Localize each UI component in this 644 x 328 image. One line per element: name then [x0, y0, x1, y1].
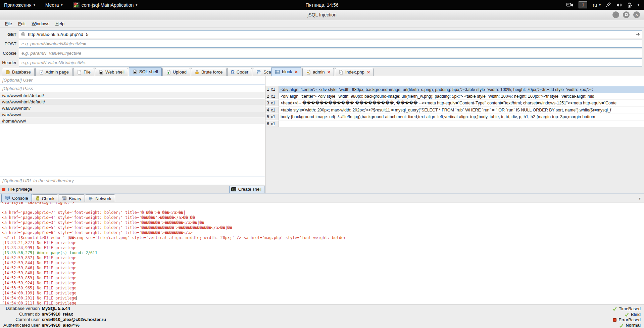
- screen-share-icon[interactable]: [566, 3, 573, 7]
- console-line-success: [13:35:56,279] Admin page(s) found: 2/61…: [2, 250, 644, 255]
- keyboard-layout-indicator[interactable]: ru ▾: [593, 2, 600, 8]
- get-label: GET: [0, 32, 19, 37]
- close-icon[interactable]: ×: [367, 70, 370, 74]
- menu-file[interactable]: File: [2, 20, 15, 27]
- source-viewer-panel: 1x1 <div align='center'> <div style='wid…: [265, 76, 644, 193]
- check-icon: [625, 313, 629, 317]
- list-item[interactable]: /home/www/: [0, 118, 265, 124]
- console-line: [13:33:21,827] No FILE privilege: [2, 240, 644, 245]
- battery-icon[interactable]: [628, 2, 632, 8]
- code-text: <div align='center'> <div style='width: …: [279, 93, 644, 100]
- row-count: x1: [271, 100, 275, 106]
- menu-help[interactable]: Help: [52, 20, 67, 27]
- table-row[interactable]: 4x1 <table style='width: 200px; max-widt…: [265, 107, 644, 114]
- table-row[interactable]: 3x1 <head><!-- ������������ ���������, �…: [265, 100, 644, 107]
- tab-chunk[interactable]: Chunk: [32, 194, 58, 202]
- page-icon: [339, 70, 343, 75]
- console-line: [14:53:59,965] No FILE privilege: [2, 286, 644, 291]
- workspace-indicator[interactable]: 1: [579, 1, 587, 8]
- console-line: <a href='page.php?id=7' style='font-weig…: [2, 210, 644, 215]
- tab-admin-page[interactable]: Admin page: [35, 68, 72, 76]
- tab-binary[interactable]: 010 Binary: [58, 194, 85, 202]
- file-icon: [77, 70, 82, 75]
- tray-chevron-down-icon[interactable]: ▾: [638, 3, 639, 7]
- console-line: [14:54:00,199] No FILE privilege: [2, 291, 644, 296]
- globe-icon: [21, 32, 26, 37]
- menu-windows[interactable]: Windows: [29, 20, 52, 27]
- post-label: POST: [0, 41, 19, 46]
- code-text: <div align='center'> <div style='width: …: [279, 86, 644, 93]
- shell-directory-url-input[interactable]: [0, 177, 265, 185]
- main-tabs: Database Admin page File Web shell SQL s…: [0, 67, 265, 76]
- tab-sql-shell-label: SQL shell: [139, 69, 158, 74]
- doc-tab-admin-label: admin: [313, 69, 325, 75]
- row-number: 1: [267, 86, 269, 93]
- tab-database[interactable]: Database: [2, 68, 35, 76]
- upload-icon: [166, 70, 171, 75]
- tab-network-label: Network: [95, 196, 111, 201]
- active-app-menu[interactable]: com-jsql-MainApplication ▾: [73, 2, 138, 8]
- db-version-label: Database version: [3, 306, 40, 312]
- tab-network[interactable]: Network: [85, 194, 115, 202]
- cookie-input[interactable]: [19, 49, 642, 57]
- volume-icon[interactable]: [616, 3, 622, 7]
- method-errorbased: ErrorBased: [613, 317, 641, 323]
- tab-web-shell[interactable]: Web shell: [95, 68, 128, 76]
- menu-edit[interactable]: Edit: [15, 20, 29, 27]
- stylus-icon[interactable]: [606, 2, 611, 7]
- tab-brute-force[interactable]: Brute force: [191, 68, 227, 76]
- console-line: [14:52:59,848] No FILE privilege: [2, 271, 644, 276]
- maximize-button[interactable]: [623, 11, 630, 18]
- submit-arrow-icon[interactable]: [636, 32, 641, 37]
- active-app-menu-label: com-jsql-MainApplication: [82, 2, 134, 8]
- close-icon[interactable]: ×: [295, 70, 298, 74]
- doc-tab-admin[interactable]: admin ×: [302, 68, 334, 76]
- list-item[interactable]: /var/www/html/: [0, 105, 265, 111]
- table-row[interactable]: 2x1 <div align='center'> <div style='wid…: [265, 93, 644, 100]
- keyboard-layout-label: ru: [593, 2, 597, 8]
- post-input[interactable]: [19, 40, 642, 48]
- tab-file[interactable]: File: [73, 68, 94, 76]
- console-line: [14:53:59,924] No FILE privilege: [2, 281, 644, 286]
- header-input[interactable]: [19, 58, 642, 66]
- minimize-button[interactable]: −: [612, 11, 619, 18]
- tab-upload[interactable]: Upload: [162, 68, 190, 76]
- table-row[interactable]: 5x1 body {background-image: url(../../fi…: [265, 113, 644, 121]
- doc-tab-block-label: block: [282, 69, 292, 74]
- list-item[interactable]: /var/www/html/default/: [0, 99, 265, 105]
- console-output[interactable]: <td style='text-align: right;'> <a href=…: [0, 202, 644, 304]
- tab-sql-shell[interactable]: SQL shell: [129, 67, 162, 76]
- row-count: x1: [271, 113, 275, 120]
- no-privilege-icon: [2, 188, 5, 191]
- table-row[interactable]: 6x1: [265, 121, 644, 128]
- console-line: <td style='text-align: right;'>: [2, 202, 644, 205]
- sql-shell-panel: /var/www/html/defaut/ /var/www/html/defa…: [0, 76, 265, 193]
- row-number: 2: [267, 93, 269, 100]
- console-icon: [5, 196, 10, 200]
- tab-console-label: Console: [12, 196, 28, 201]
- table-row[interactable]: 1x1 <div align='center'> <div style='wid…: [265, 86, 644, 93]
- create-shell-button[interactable]: Create shell: [229, 186, 264, 193]
- tab-overflow-icon[interactable]: ▼: [638, 197, 641, 200]
- applications-menu[interactable]: Приложения ▾: [4, 2, 35, 8]
- close-button[interactable]: ✕: [633, 11, 640, 18]
- current-user-value: srv54910_alex@c02w.hoster.ru: [42, 317, 106, 323]
- row-count: x1: [271, 107, 275, 113]
- doc-tab-block[interactable]: block ×: [271, 67, 301, 76]
- code-text: [279, 121, 644, 128]
- list-item[interactable]: /var/www/html/defaut/: [0, 92, 265, 99]
- row-count: x1: [271, 121, 275, 127]
- tab-console[interactable]: Console: [1, 194, 32, 202]
- shell-user-input[interactable]: [0, 76, 265, 84]
- tab-coder-label: Coder: [237, 69, 248, 75]
- shell-pass-input[interactable]: [0, 84, 265, 92]
- tab-database-label: Database: [12, 69, 31, 75]
- console-line: <a href='page.php?id=4' style='font-weig…: [2, 215, 644, 220]
- close-icon[interactable]: ×: [328, 70, 331, 74]
- doc-tab-index-php[interactable]: index.php ×: [335, 68, 374, 76]
- get-url-input[interactable]: [19, 30, 642, 38]
- places-menu[interactable]: Места ▾: [45, 2, 63, 8]
- list-item[interactable]: /var/www/: [0, 111, 265, 118]
- tab-coder[interactable]: Ω Coder: [227, 68, 252, 76]
- row-number: 4: [267, 107, 269, 113]
